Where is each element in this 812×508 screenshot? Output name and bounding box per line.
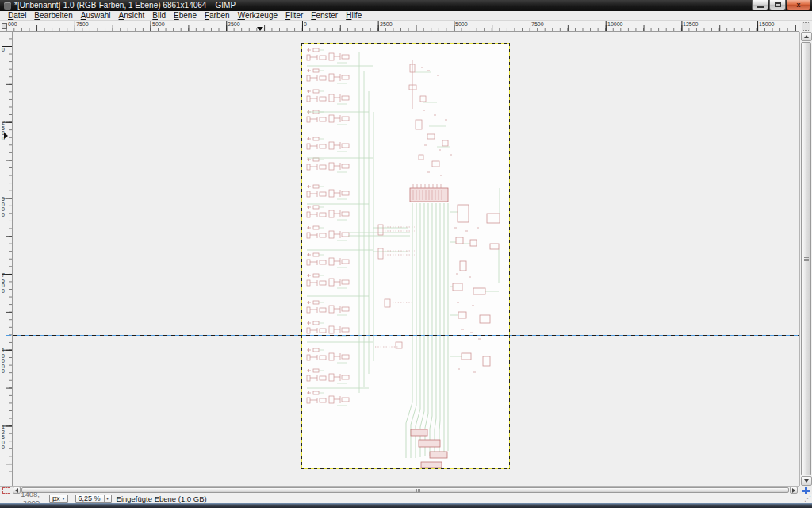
menu-bearbeiten[interactable]: Bearbeiten	[30, 11, 76, 21]
menu-bild[interactable]: Bild	[148, 11, 170, 21]
menu-ebene[interactable]: Ebene	[170, 11, 201, 21]
status-bar: -1408, 2000 px ▾ 6,25 % ▾ Eingefügte Ebe…	[0, 494, 812, 503]
menu-fenster[interactable]: Fenster	[307, 11, 342, 21]
ruler-label: 000	[8, 21, 17, 27]
layer-boundary-top	[301, 43, 510, 44]
zoom-value: 6,25 %	[79, 495, 101, 502]
vertical-scroll-thumb[interactable]	[801, 42, 811, 475]
horizontal-ruler[interactable]: 000 7500 5000 2500 0 2500 5000 7500 1000…	[0, 21, 799, 32]
horizontal-guide[interactable]	[13, 335, 799, 336]
layer-boundary-right	[509, 43, 510, 469]
menu-bar: Datei Bearbeiten Auswahl Ansicht Bild Eb…	[0, 11, 812, 21]
ruler-label: 12500	[2, 425, 7, 451]
menu-werkzeuge[interactable]: Werkzeuge	[234, 11, 282, 21]
restore-icon	[775, 2, 781, 7]
horizontal-guide[interactable]	[13, 183, 799, 183]
unit-dropdown[interactable]: px ▾	[49, 495, 68, 503]
menu-ansicht[interactable]: Ansicht	[115, 11, 149, 21]
menu-farben[interactable]: Farben	[201, 11, 234, 21]
ruler-label: 5000	[2, 197, 7, 217]
ruler-label: 7500	[76, 21, 89, 27]
restore-button[interactable]	[769, 0, 786, 10]
menu-auswahl[interactable]: Auswahl	[77, 11, 115, 21]
pointer-position-marker-icon	[4, 133, 8, 139]
layer-boundary-left	[301, 43, 302, 469]
vertical-ruler[interactable]: 0 2500 5000 7500 10000 12500	[0, 32, 13, 486]
ruler-label: 5000	[455, 21, 468, 27]
menu-hilfe[interactable]: Hilfe	[342, 11, 366, 21]
chevron-down-icon: ▾	[106, 495, 109, 502]
chevron-down-icon: ▾	[63, 495, 65, 502]
horizontal-scrollbar[interactable]	[13, 486, 799, 494]
menu-filter[interactable]: Filter	[282, 11, 307, 21]
ruler-label: 15000	[759, 21, 774, 27]
ruler-label: 0	[2, 48, 7, 53]
window-title: *[Unbenannt]-1.0 (RGB-Farben, 1 Ebene) 6…	[14, 0, 236, 11]
zoom-follow-window-icon[interactable]	[802, 22, 810, 31]
ruler-label: 5000	[152, 21, 165, 27]
menu-datei[interactable]: Datei	[4, 11, 30, 21]
chevron-down-cell[interactable]: ▾	[104, 495, 111, 502]
vertical-guide[interactable]	[408, 32, 408, 486]
scroll-down-button[interactable]	[801, 476, 812, 486]
ruler-label: 10000	[607, 21, 622, 27]
unit-value: px	[52, 495, 60, 502]
arrow-right-icon	[792, 488, 795, 493]
title-bar[interactable]: *[Unbenannt]-1.0 (RGB-Farben, 1 Ebene) 6…	[0, 0, 812, 11]
minimize-icon	[757, 6, 764, 8]
gimp-app-icon	[4, 2, 11, 10]
resize-grip-icon[interactable]: ⋰	[804, 495, 810, 502]
navigation-button[interactable]	[799, 486, 812, 494]
ruler-label: 2500	[380, 21, 393, 27]
close-button[interactable]: x	[787, 0, 810, 10]
schematic-drawing	[302, 44, 509, 468]
layer-boundary-bottom	[301, 468, 510, 469]
ruler-label: 0	[304, 21, 307, 27]
canvas-area[interactable]	[13, 32, 799, 486]
ruler-label: 2500	[228, 21, 240, 27]
arrow-up-icon	[804, 35, 809, 38]
vertical-scrollbar[interactable]	[799, 32, 812, 486]
minimize-button[interactable]	[752, 0, 768, 10]
ruler-label: 12500	[683, 21, 698, 27]
zoom-dropdown[interactable]: 6,25 % ▾	[75, 495, 112, 503]
scroll-up-button[interactable]	[801, 32, 812, 41]
gimp-window: *[Unbenannt]-1.0 (RGB-Farben, 1 Ebene) 6…	[0, 0, 812, 508]
close-icon: x	[796, 2, 800, 9]
window-bottom-border	[0, 503, 812, 508]
arrow-down-icon	[804, 479, 809, 483]
guide-mark-icon	[6, 183, 11, 183]
status-message: Eingefügte Ebene (1,0 GB)	[117, 495, 207, 503]
pointer-position-marker-icon	[257, 27, 263, 31]
ruler-origin-icon	[2, 23, 7, 29]
horizontal-scroll-thumb[interactable]	[21, 487, 789, 493]
scroll-right-button[interactable]	[790, 487, 798, 494]
ruler-label: 7500	[531, 21, 544, 27]
ruler-label: 7500	[2, 273, 7, 294]
ruler-label: 10000	[2, 348, 7, 375]
guide-mark-icon	[6, 335, 11, 336]
